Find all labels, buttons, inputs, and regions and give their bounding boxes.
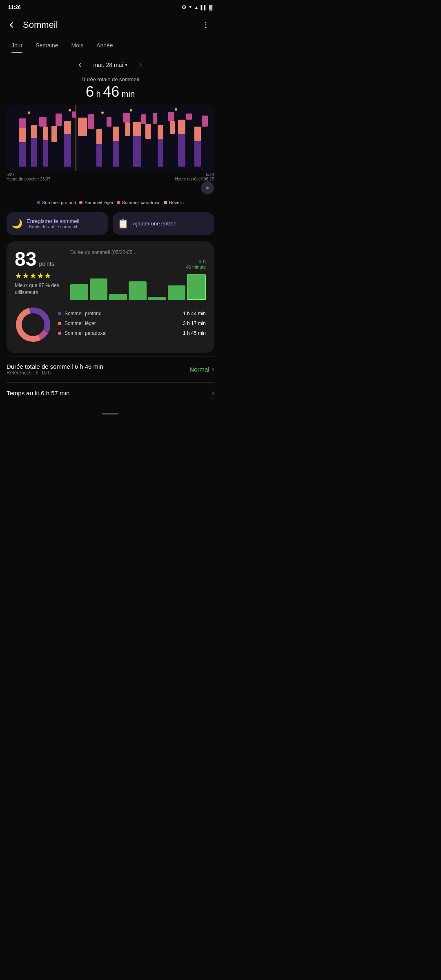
svg-rect-30 bbox=[19, 118, 26, 128]
score-card: 83 points ★★★★★ Mieux que 87 % des utili… bbox=[7, 241, 214, 353]
light-sleep-dot bbox=[79, 201, 82, 204]
legend-rem-sleep: Sommeil paradoxal bbox=[117, 200, 160, 205]
add-entry-label: Ajouter une entrée bbox=[133, 220, 176, 227]
total-sleep-chevron: › bbox=[212, 366, 214, 373]
back-button[interactable] bbox=[3, 17, 20, 33]
svg-rect-25 bbox=[145, 124, 151, 139]
svg-rect-14 bbox=[194, 141, 201, 167]
sleep-legend: Sommeil profond Sommeil léger Sommeil pa… bbox=[0, 196, 220, 209]
svg-rect-20 bbox=[78, 118, 87, 136]
wifi-icon: ▲ bbox=[194, 5, 198, 10]
tab-mois[interactable]: Mois bbox=[67, 39, 89, 52]
light-sleep-stage-dot bbox=[58, 322, 61, 325]
time-in-bed-title: Temps au lit 6 h 57 min bbox=[7, 390, 69, 396]
tab-annee[interactable]: Année bbox=[91, 39, 118, 52]
add-entry-button[interactable]: 📋 Ajouter une entrée bbox=[113, 212, 214, 235]
svg-rect-13 bbox=[178, 134, 185, 167]
bar-7 bbox=[187, 274, 206, 300]
deep-sleep-dot bbox=[37, 201, 40, 204]
prev-date-button[interactable] bbox=[74, 58, 87, 71]
record-sleep-button[interactable]: 🌙 Enregistrer le sommeil Bruits durant l… bbox=[7, 212, 108, 235]
svg-rect-23 bbox=[125, 122, 130, 136]
score-number: 83 bbox=[15, 249, 36, 269]
svg-rect-39 bbox=[168, 112, 174, 121]
svg-point-46 bbox=[175, 108, 177, 111]
svg-rect-34 bbox=[88, 114, 94, 129]
expand-chart-button[interactable] bbox=[0, 181, 220, 196]
bar-1 bbox=[70, 284, 88, 300]
svg-rect-37 bbox=[141, 114, 146, 124]
chart-start-label: 5/27 Heure du coucher 23:37 bbox=[7, 172, 50, 181]
sleep-stages: Sommeil profond 1 h 44 min Sommeil léger… bbox=[58, 311, 206, 340]
status-icons: ⊙ ✦ ▲ ▌▌ ▓ bbox=[182, 4, 212, 10]
svg-rect-12 bbox=[158, 139, 163, 167]
page-title: Sommeil bbox=[20, 20, 198, 30]
record-sleep-sublabel: Bruits durant le sommeil bbox=[27, 224, 79, 229]
svg-rect-21 bbox=[96, 129, 102, 144]
chart-value-sub: 46 minute bbox=[186, 265, 206, 270]
legend-wake: Réveils bbox=[164, 200, 184, 205]
svg-rect-19 bbox=[64, 121, 71, 134]
tab-semaine[interactable]: Semaine bbox=[31, 39, 63, 52]
score-bar-chart bbox=[70, 271, 206, 300]
chart-end-label: 5/28 Heure du réveil 06:25 bbox=[175, 172, 214, 181]
sleep-duration-label: Durée totale de sommeil bbox=[7, 76, 214, 82]
svg-rect-15 bbox=[19, 128, 26, 142]
svg-rect-29 bbox=[194, 127, 201, 141]
deep-sleep-stage-dot bbox=[58, 312, 61, 315]
scroll-indicator bbox=[102, 413, 118, 414]
svg-rect-41 bbox=[202, 116, 208, 127]
score-points-label: points bbox=[39, 261, 54, 267]
svg-rect-6 bbox=[31, 138, 37, 167]
bar-4 bbox=[129, 281, 147, 300]
svg-rect-26 bbox=[158, 125, 163, 139]
bar-5 bbox=[148, 297, 166, 300]
metric-total-sleep[interactable]: Durée totale de sommeil 6 h 46 min Référ… bbox=[7, 356, 214, 382]
action-buttons: 🌙 Enregistrer le sommeil Bruits durant l… bbox=[0, 209, 220, 238]
scroll-indicator-container bbox=[0, 410, 220, 423]
svg-rect-8 bbox=[64, 134, 71, 167]
svg-point-2 bbox=[205, 27, 207, 28]
current-date[interactable]: mar. 28 mai ▾ bbox=[93, 62, 127, 68]
deep-sleep-time: 1 h 44 min bbox=[183, 311, 206, 316]
status-bar: 11:26 ⊙ ✦ ▲ ▌▌ ▓ bbox=[0, 0, 220, 13]
score-chart-label: Durée du sommeil (05/22-05... bbox=[70, 249, 206, 255]
svg-point-0 bbox=[205, 22, 207, 23]
bar-6 bbox=[168, 285, 186, 300]
svg-point-45 bbox=[130, 109, 132, 111]
sleep-chart bbox=[7, 105, 214, 171]
metric-time-in-bed[interactable]: Temps au lit 6 h 57 min › bbox=[7, 382, 214, 403]
svg-rect-7 bbox=[43, 140, 48, 167]
svg-rect-16 bbox=[31, 125, 37, 138]
date-nav: mar. 28 mai ▾ bbox=[0, 52, 220, 73]
total-sleep-subtitle: Références : 6–10 h bbox=[7, 370, 103, 376]
donut-chart bbox=[15, 306, 51, 345]
accessibility-icon: ⊙ bbox=[182, 4, 186, 10]
svg-rect-32 bbox=[56, 114, 62, 126]
svg-rect-22 bbox=[113, 127, 119, 141]
rem-sleep-time: 1 h 45 min bbox=[183, 330, 206, 336]
score-comparison: Mieux que 87 % des utilisateurs bbox=[15, 282, 64, 296]
legend-light-sleep: Sommeil léger bbox=[79, 200, 113, 205]
svg-rect-24 bbox=[133, 122, 141, 136]
chart-labels: 5/27 Heure du coucher 23:37 5/28 Heure d… bbox=[0, 171, 220, 181]
svg-rect-27 bbox=[170, 121, 175, 134]
sleep-breakdown: Sommeil profond 1 h 44 min Sommeil léger… bbox=[15, 306, 206, 345]
bar-2 bbox=[90, 278, 108, 300]
tab-jour[interactable]: Jour bbox=[7, 39, 27, 52]
svg-rect-40 bbox=[186, 114, 192, 120]
deep-sleep-name: Sommeil profond bbox=[65, 311, 180, 316]
bar-3 bbox=[109, 294, 127, 300]
chart-value: 6 h bbox=[186, 258, 206, 265]
svg-rect-35 bbox=[107, 117, 111, 127]
add-entry-icon: 📋 bbox=[118, 218, 129, 229]
score-left: 83 points ★★★★★ Mieux que 87 % des utili… bbox=[15, 249, 64, 300]
wake-dot bbox=[164, 201, 167, 204]
menu-button[interactable] bbox=[198, 17, 214, 33]
total-sleep-title: Durée totale de sommeil 6 h 46 min bbox=[7, 363, 103, 370]
svg-rect-36 bbox=[123, 113, 130, 122]
status-time: 11:26 bbox=[8, 4, 21, 10]
svg-rect-38 bbox=[153, 113, 157, 124]
stage-row-deep: Sommeil profond 1 h 44 min bbox=[58, 311, 206, 316]
svg-point-43 bbox=[69, 109, 71, 111]
